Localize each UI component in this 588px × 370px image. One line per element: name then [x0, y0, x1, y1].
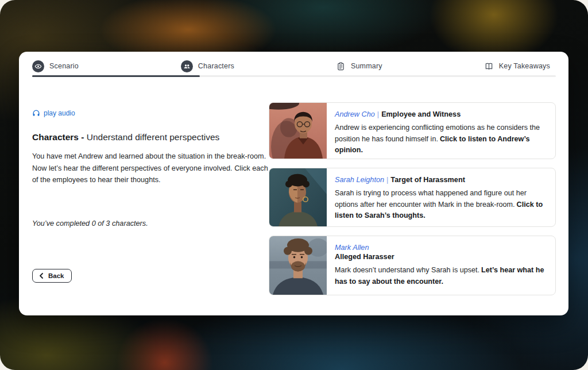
sarah-photo	[269, 168, 327, 226]
page-title-bold: Characters -	[32, 132, 84, 142]
tab-characters[interactable]: Characters	[181, 60, 234, 72]
character-card-sarah[interactable]: Sarah Leighton|Target of Harassment Sara…	[269, 168, 556, 227]
mark-description: Mark doesn’t understand why Sarah is ups…	[335, 265, 546, 287]
mark-photo	[269, 236, 327, 295]
tab-key-takeaways[interactable]: Key Takeaways	[485, 61, 550, 71]
andrew-role: Employee and Witness	[381, 110, 461, 118]
sarah-description-text: Sarah is trying to process what happened…	[335, 189, 527, 209]
name-role-separator: |	[386, 176, 388, 184]
page-title-rest: Understand different perspectives	[84, 132, 219, 142]
back-button-label: Back	[48, 272, 64, 279]
people-icon	[181, 60, 193, 72]
tab-summary[interactable]: Summary	[336, 61, 382, 71]
tab-scenario[interactable]: Scenario	[32, 60, 79, 72]
name-role-separator: |	[377, 110, 379, 118]
eye-icon	[32, 60, 44, 72]
sarah-role: Target of Harassment	[390, 176, 465, 184]
clipboard-icon	[336, 61, 346, 71]
tab-summary-label: Summary	[351, 62, 382, 70]
character-card-andrew[interactable]: Andrew Cho|Employee and Witness Andrew i…	[269, 102, 556, 159]
back-button[interactable]: Back	[32, 269, 72, 283]
sarah-name-row: Sarah Leighton|Target of Harassment	[335, 176, 546, 184]
completion-note: You’ve completed 0 of 3 characters.	[32, 219, 269, 228]
sarah-card-text: Sarah Leighton|Target of Harassment Sara…	[327, 168, 555, 226]
andrew-photo	[269, 103, 327, 159]
page-title: Characters - Understand different perspe…	[32, 132, 269, 142]
andrew-name-link[interactable]: Andrew Cho	[335, 110, 375, 118]
mark-description-text: Mark doesn’t understand why Sarah is ups…	[335, 266, 479, 274]
lesson-intro-column: play audio Characters - Understand diffe…	[32, 109, 269, 228]
character-card-mark[interactable]: Mark Allen Alleged Harasser Mark doesn’t…	[269, 236, 556, 295]
mark-name-row: Mark Allen	[335, 244, 546, 252]
mark-role: Alleged Harasser	[335, 253, 394, 261]
andrew-description: Andrew is experiencing conflicting emoti…	[335, 122, 546, 156]
tab-scenario-label: Scenario	[49, 62, 79, 70]
play-audio-button[interactable]: play audio	[32, 109, 75, 117]
sarah-description: Sarah is trying to process what happened…	[335, 188, 546, 222]
andrew-card-text: Andrew Cho|Employee and Witness Andrew i…	[327, 103, 555, 159]
mark-card-text: Mark Allen Alleged Harasser Mark doesn’t…	[327, 236, 555, 295]
lesson-progress-track	[32, 75, 556, 77]
tab-characters-label: Characters	[198, 62, 234, 70]
lesson-progress-fill	[32, 75, 200, 77]
andrew-name-row: Andrew Cho|Employee and Witness	[335, 110, 546, 118]
mark-role-row: Alleged Harasser	[335, 253, 546, 261]
tab-key-takeaways-label: Key Takeaways	[499, 62, 550, 70]
book-icon	[485, 61, 494, 71]
lesson-panel: Scenario Characters Summary Key Takeaway…	[19, 52, 568, 315]
intro-paragraph: You have met Andrew and learned about th…	[32, 151, 269, 186]
sarah-name-link[interactable]: Sarah Leighton	[335, 176, 384, 184]
chevron-left-icon	[38, 273, 44, 279]
tab-bar: Scenario Characters Summary Key Takeaway…	[32, 59, 550, 73]
headphones-icon	[32, 109, 40, 117]
play-audio-label: play audio	[44, 109, 75, 117]
character-card-list: Andrew Cho|Employee and Witness Andrew i…	[269, 102, 556, 295]
mark-name-link[interactable]: Mark Allen	[335, 244, 369, 252]
